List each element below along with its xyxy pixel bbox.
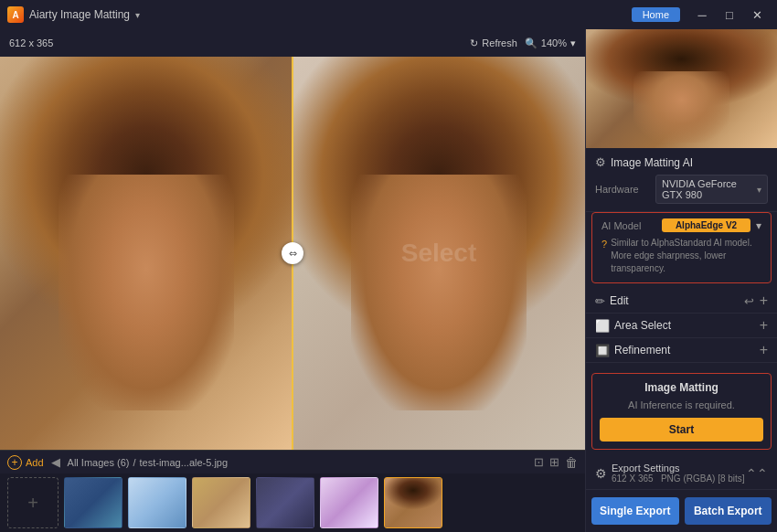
filmstrip-controls-right: ⊡ ⊞ 🗑 xyxy=(534,455,578,470)
split-handle-icon: ⇔ xyxy=(289,248,297,260)
close-button[interactable]: ✕ xyxy=(744,4,770,26)
minimize-button[interactable]: ─ xyxy=(689,4,715,26)
ai-section-header: ⚙ Image Matting AI xyxy=(595,155,768,169)
image-dimensions: 612 x 365 xyxy=(9,37,53,48)
title-bar-right: Home ─ □ ✕ xyxy=(632,4,770,26)
export-row: ⚙ Export Settings 612 X 365 PNG (RGBA) [… xyxy=(595,463,768,484)
nav-separator: / xyxy=(133,457,135,468)
layout-icon[interactable]: ⊞ xyxy=(549,455,559,469)
face-overlay-left xyxy=(59,175,234,410)
current-filename: test-imag...ale-5.jpg xyxy=(140,457,229,468)
all-images-label: All Images (6) xyxy=(68,457,130,468)
app-title: Aiarty Image Matting xyxy=(29,8,130,21)
export-settings-collapse[interactable]: ⌃⌃ xyxy=(746,466,768,481)
edit-plus-button[interactable]: + xyxy=(760,293,768,308)
nav-left-arrow[interactable]: ◀ xyxy=(51,455,60,469)
export-settings-icon: ⚙ xyxy=(595,466,607,481)
filmstrip-nav: All Images (6) / test-imag...ale-5.jpg xyxy=(68,457,229,468)
refinement-icon: 🔲 xyxy=(595,344,610,357)
refinement-plus-button[interactable]: + xyxy=(760,343,768,357)
thumbnail-2[interactable] xyxy=(128,477,186,528)
matting-box: Image Matting AI Inference is required. … xyxy=(591,373,772,450)
single-export-button[interactable]: Single Export xyxy=(591,497,679,525)
zoom-icon: 🔍 xyxy=(525,37,538,49)
thumbnail-6[interactable] xyxy=(384,477,442,528)
hair-overlay-right xyxy=(293,57,585,450)
area-select-right: + xyxy=(760,318,768,333)
sidebar-preview xyxy=(586,29,777,148)
preview-face xyxy=(633,71,729,143)
ai-model-section: AI Model AlphaEdge V2 ▾ ? Similar to Alp… xyxy=(591,212,772,283)
ai-icon: ⚙ xyxy=(595,155,606,169)
main-content: 612 x 365 ↻ Refresh 🔍 140% ▾ xyxy=(0,29,777,532)
ai-model-row: AI Model AlphaEdge V2 ▾ xyxy=(601,218,761,232)
ai-note-line1: Similar to AlphaStandard AI model. xyxy=(611,238,752,248)
matting-title: Image Matting xyxy=(600,381,763,394)
zoom-dropdown-icon: ▾ xyxy=(570,37,576,49)
refresh-button[interactable]: ↻ Refresh xyxy=(470,37,517,49)
thumbnail-3[interactable] xyxy=(192,477,250,528)
refinement-right: + xyxy=(760,343,768,357)
hair-overlay-left xyxy=(0,57,293,450)
edit-icon: ✏ xyxy=(595,294,605,308)
thumbnail-1[interactable] xyxy=(64,477,122,528)
canvas-area[interactable]: Select ⇔ xyxy=(0,57,585,450)
ai-model-dropdown[interactable]: ▾ xyxy=(756,219,761,232)
filmstrip-toolbar: + Add ◀ All Images (6) / test-imag...ale… xyxy=(0,450,585,473)
app-logo: A xyxy=(7,6,24,23)
refinement-row: 🔲 Refinement + xyxy=(586,338,777,363)
hardware-select[interactable]: NVIDIA GeForce GTX 980 ▾ xyxy=(655,175,768,204)
batch-export-button[interactable]: Batch Export xyxy=(685,497,772,525)
area-select-plus-button[interactable]: + xyxy=(760,318,768,333)
hardware-value: NVIDIA GeForce GTX 980 xyxy=(662,178,757,200)
export-dims: 612 X 365 PNG (RGBA) [8 bits] xyxy=(612,473,745,484)
hardware-label: Hardware xyxy=(595,184,650,195)
hardware-dropdown-arrow: ▾ xyxy=(757,185,761,195)
ai-model-label: AI Model xyxy=(601,220,656,231)
filmstrip-images: + xyxy=(0,473,585,532)
refresh-icon: ↻ xyxy=(470,37,478,49)
add-button[interactable]: + Add xyxy=(7,455,44,470)
image-panel: 612 x 365 ↻ Refresh 🔍 140% ▾ xyxy=(0,29,585,532)
ai-section-label: Image Matting AI xyxy=(611,156,693,169)
edit-row: ✏ Edit ↩ + xyxy=(586,289,777,314)
refinement-left: 🔲 Refinement xyxy=(595,344,670,357)
zoom-label: 140% xyxy=(541,37,567,48)
start-button[interactable]: Start xyxy=(600,418,763,442)
add-image-placeholder[interactable]: + xyxy=(7,477,59,528)
home-button[interactable]: Home xyxy=(632,7,680,22)
thumbnail-4[interactable] xyxy=(256,477,314,528)
split-handle[interactable]: ⇔ xyxy=(282,242,303,264)
fit-icon[interactable]: ⊡ xyxy=(534,455,544,469)
ai-model-badge: AlphaEdge V2 xyxy=(662,218,750,232)
delete-button[interactable]: 🗑 xyxy=(565,455,578,470)
filmstrip: + Add ◀ All Images (6) / test-imag...ale… xyxy=(0,450,585,532)
edit-right: ↩ + xyxy=(744,293,768,308)
zoom-control[interactable]: 🔍 140% ▾ xyxy=(525,37,576,49)
export-buttons: Single Export Batch Export xyxy=(586,490,777,532)
thumbnail-5[interactable] xyxy=(320,477,378,528)
area-select-icon: ⬜ xyxy=(595,319,610,333)
ai-model-note-text: Similar to AlphaStandard AI model. More … xyxy=(611,237,761,275)
restore-button[interactable]: □ xyxy=(717,4,742,26)
undo-button[interactable]: ↩ xyxy=(744,294,754,308)
matting-note: AI Inference is required. xyxy=(600,399,763,410)
image-container: Select ⇔ xyxy=(0,57,585,450)
split-line[interactable]: ⇔ xyxy=(292,57,293,450)
add-label: Add xyxy=(26,457,44,468)
select-overlay: Select xyxy=(401,239,477,268)
ai-note-line2: More edge sharpness, lower transparency. xyxy=(611,250,726,273)
image-right: Select xyxy=(293,57,585,450)
hardware-row: Hardware NVIDIA GeForce GTX 980 ▾ xyxy=(595,175,768,204)
viewer-toolbar: 612 x 365 ↻ Refresh 🔍 140% ▾ xyxy=(0,29,585,57)
image-left xyxy=(0,57,293,450)
export-left: ⚙ Export Settings 612 X 365 PNG (RGBA) [… xyxy=(595,463,745,484)
export-settings-label: Export Settings xyxy=(612,463,745,473)
sidebar: ⚙ Image Matting AI Hardware NVIDIA GeFor… xyxy=(585,29,777,532)
preview-bg xyxy=(586,29,777,148)
add-circle-icon: + xyxy=(7,455,22,470)
ai-model-note: ? Similar to AlphaStandard AI model. Mor… xyxy=(601,237,761,275)
area-select-row: ⬜ Area Select + xyxy=(586,314,777,338)
face-overlay-right xyxy=(351,175,527,410)
title-dropdown-arrow[interactable]: ▾ xyxy=(135,10,140,20)
